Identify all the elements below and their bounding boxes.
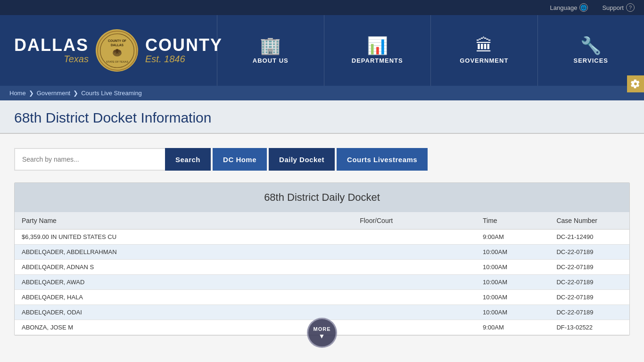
cell-floor bbox=[353, 305, 476, 320]
cell-case: DC-22-07189 bbox=[549, 260, 629, 275]
cell-case: DC-22-07189 bbox=[549, 275, 629, 290]
settings-button[interactable] bbox=[627, 75, 644, 92]
more-label: MORE bbox=[314, 326, 331, 332]
breadcrumb-government[interactable]: Government bbox=[37, 90, 71, 97]
services-icon: 🔧 bbox=[580, 37, 602, 54]
svg-text:DALLAS: DALLAS bbox=[111, 43, 124, 47]
cell-party: ABDELQADER, AWAD bbox=[15, 275, 353, 290]
cell-time: 10:00AM bbox=[476, 275, 549, 290]
page-title-area: 68th District Docket Information bbox=[0, 100, 644, 134]
about-us-icon: 🏢 bbox=[260, 37, 281, 54]
cell-party: ABDELQADER, HALA bbox=[15, 290, 353, 305]
cell-floor bbox=[353, 230, 476, 245]
logo-text-left: DALLAS Texas bbox=[14, 37, 89, 65]
svg-point-9 bbox=[116, 49, 118, 51]
logo-area[interactable]: DALLAS Texas COUNTY OF DALLAS STATE OF T… bbox=[0, 15, 217, 86]
docket-table-container: 68th District Daily Docket Party Name Fl… bbox=[14, 182, 630, 336]
dc-home-button[interactable]: DC Home bbox=[213, 148, 267, 171]
nav-about-us[interactable]: 🏢 ABOUT US bbox=[217, 15, 324, 86]
language-selector[interactable]: Language 🌐 bbox=[550, 3, 588, 12]
daily-docket-button[interactable]: Daily Docket bbox=[269, 148, 335, 171]
language-label: Language bbox=[550, 4, 578, 11]
arrow-down-icon: ▼ bbox=[319, 333, 326, 339]
table-row: ABDELQADER, HALA 10:00AM DC-22-07189 bbox=[15, 290, 629, 305]
government-label: GOVERNMENT bbox=[460, 57, 508, 64]
cell-case: DC-22-07189 bbox=[549, 305, 629, 320]
breadcrumb: Home ❯ Government ❯ Courts Live Streamin… bbox=[0, 86, 644, 100]
more-button[interactable]: MORE ▼ bbox=[307, 318, 337, 348]
cell-floor bbox=[353, 275, 476, 290]
table-row: ABDELQADER, ADNAN S 10:00AM DC-22-07189 bbox=[15, 260, 629, 275]
cell-party: ABONZA, JOSE M bbox=[15, 320, 353, 335]
top-bar: Language 🌐 Support ? bbox=[0, 0, 644, 15]
government-icon: 🏛 bbox=[476, 37, 493, 54]
departments-label: DEPARTMENTS bbox=[352, 57, 403, 64]
cell-floor bbox=[353, 260, 476, 275]
cell-time: 9:00AM bbox=[476, 320, 549, 335]
table-row: ABDELQADER, ABDELLRAHMAN 10:00AM DC-22-0… bbox=[15, 245, 629, 260]
table-row: ABDELQADER, AWAD 10:00AM DC-22-07189 bbox=[15, 275, 629, 290]
cell-time: 10:00AM bbox=[476, 305, 549, 320]
col-case-number: Case Number bbox=[549, 212, 629, 230]
county-text: COUNTY bbox=[145, 37, 223, 54]
cell-party: ABDELQADER, ABDELLRAHMAN bbox=[15, 245, 353, 260]
cell-case: DC-22-07189 bbox=[549, 290, 629, 305]
breadcrumb-home[interactable]: Home bbox=[9, 90, 26, 97]
support-label: Support bbox=[602, 4, 624, 11]
nav-government[interactable]: 🏛 GOVERNMENT bbox=[430, 15, 537, 86]
cell-party: $6,359.00 IN UNITED STATES CU bbox=[15, 230, 353, 245]
globe-icon: 🌐 bbox=[579, 3, 588, 12]
cell-time: 10:00AM bbox=[476, 290, 549, 305]
more-button-container: MORE ▼ bbox=[307, 318, 337, 348]
cell-party: ABDELQADER, ADNAN S bbox=[15, 260, 353, 275]
main-nav: 🏢 ABOUT US 📊 DEPARTMENTS 🏛 GOVERNMENT 🔧 … bbox=[217, 15, 644, 86]
col-floor-court: Floor/Court bbox=[353, 212, 476, 230]
est-text: Est. 1846 bbox=[145, 54, 223, 65]
texas-text: Texas bbox=[64, 54, 89, 65]
docket-table: Party Name Floor/Court Time Case Number … bbox=[15, 212, 629, 335]
nav-departments[interactable]: 📊 DEPARTMENTS bbox=[324, 15, 431, 86]
cell-party: ABDELQADER, ODAI bbox=[15, 305, 353, 320]
breadcrumb-courts[interactable]: Courts Live Streaming bbox=[81, 90, 142, 97]
page-title: 68th District Docket Information bbox=[14, 110, 630, 126]
svg-text:COUNTY OF: COUNTY OF bbox=[108, 39, 126, 42]
search-button[interactable]: Search bbox=[165, 148, 211, 171]
cell-case: DC-21-12490 bbox=[549, 230, 629, 245]
header: DALLAS Texas COUNTY OF DALLAS STATE OF T… bbox=[0, 15, 644, 86]
about-us-label: ABOUT US bbox=[253, 57, 289, 64]
search-input[interactable] bbox=[14, 148, 165, 171]
question-icon: ? bbox=[626, 3, 635, 12]
col-party-name: Party Name bbox=[15, 212, 353, 230]
cell-floor bbox=[353, 245, 476, 260]
departments-icon: 📊 bbox=[367, 37, 388, 54]
dallas-text: DALLAS bbox=[14, 37, 89, 54]
logo-text-right: COUNTY Est. 1846 bbox=[145, 37, 223, 65]
county-seal: COUNTY OF DALLAS STATE OF TEXAS bbox=[96, 29, 138, 72]
courts-livestreams-button[interactable]: Courts Livestreams bbox=[337, 148, 428, 171]
breadcrumb-sep-2: ❯ bbox=[73, 90, 78, 97]
cell-time: 10:00AM bbox=[476, 245, 549, 260]
support-link[interactable]: Support ? bbox=[602, 3, 635, 12]
cell-floor bbox=[353, 290, 476, 305]
cell-time: 10:00AM bbox=[476, 260, 549, 275]
table-title: 68th District Daily Docket bbox=[15, 183, 629, 212]
services-label: SERVICES bbox=[573, 57, 608, 64]
cell-case: DC-22-07189 bbox=[549, 245, 629, 260]
table-row: $6,359.00 IN UNITED STATES CU 9:00AM DC-… bbox=[15, 230, 629, 245]
cell-case: DF-13-02522 bbox=[549, 320, 629, 335]
col-time: Time bbox=[476, 212, 549, 230]
svg-text:STATE OF TEXAS: STATE OF TEXAS bbox=[106, 60, 128, 63]
cell-floor bbox=[353, 320, 476, 335]
table-header-row: Party Name Floor/Court Time Case Number bbox=[15, 212, 629, 230]
breadcrumb-sep-1: ❯ bbox=[29, 90, 34, 97]
cell-time: 9:00AM bbox=[476, 230, 549, 245]
search-area: Search DC Home Daily Docket Courts Lives… bbox=[14, 148, 630, 171]
